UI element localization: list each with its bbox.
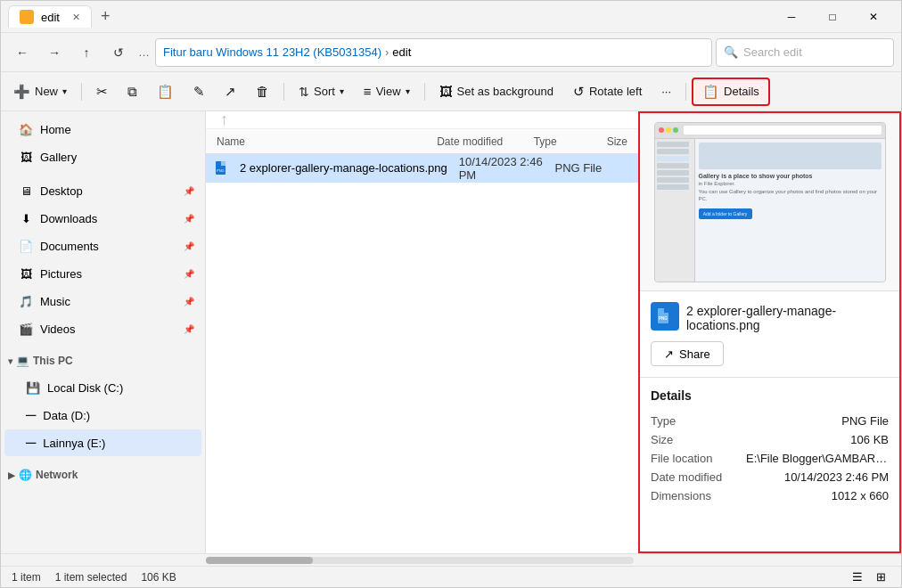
status-right: ☰ ⊞ (848, 568, 890, 587)
active-tab[interactable]: edit ✕ (8, 5, 92, 28)
sidebar-item-local-c[interactable]: 💾 Local Disk (C:) (4, 374, 201, 401)
sidebar-item-desktop-label: Desktop (40, 184, 83, 198)
svg-rect-4 (664, 308, 668, 313)
file-date: 10/14/2023 2:46 PM (459, 155, 543, 182)
refresh-button[interactable]: ↺ (104, 38, 133, 67)
details-label: Details (724, 85, 759, 98)
this-pc-icon: 💻 (16, 355, 29, 367)
col-header-date[interactable]: Date modified (433, 135, 529, 148)
minimize-button[interactable]: ─ (771, 3, 812, 31)
preview-screenshot: Gallery is a place to show your photos i… (654, 122, 886, 282)
breadcrumb[interactable]: Fitur baru Windows 11 23H2 (KB5031354) ›… (155, 38, 712, 67)
pin-icon-documents: 📌 (184, 241, 194, 251)
rename-icon: ✎ (193, 84, 205, 100)
search-input[interactable]: 🔍 Search edit (716, 38, 894, 67)
bg-label: Set as background (457, 85, 554, 98)
col-header-size[interactable]: Size (603, 135, 631, 148)
file-list: ↑ Name Date modified Type Size (206, 111, 638, 553)
sidebar-item-desktop[interactable]: 🖥 Desktop 📌 (4, 177, 201, 204)
sidebar-item-documents[interactable]: 📄 Documents 📌 (4, 233, 201, 259)
detail-row-date: Date modified 10/14/2023 2:46 PM (651, 468, 889, 486)
details-share-button[interactable]: ↗ Share (651, 341, 724, 366)
paste-button[interactable]: 📋 (148, 78, 183, 106)
detail-row-type: Type PNG File (651, 412, 889, 430)
rotate-left-button[interactable]: ↺ Rotate left (564, 78, 651, 106)
sort-button[interactable]: ⇅ Sort ▾ (290, 78, 353, 106)
window-controls: ─ □ ✕ (771, 3, 894, 31)
col-header-type[interactable]: Type (530, 135, 603, 148)
videos-icon: 🎬 (19, 322, 33, 336)
sidebar-item-data-d[interactable]: ─ Data (D:) (4, 402, 201, 429)
desktop-icon: 🖥 (19, 184, 33, 198)
col-header-name[interactable]: Name (213, 135, 433, 148)
new-dropdown-icon: ▾ (62, 86, 67, 96)
breadcrumb-segment-1: Fitur baru Windows 11 23H2 (KB5031354) (163, 45, 381, 59)
sidebar-item-documents-label: Documents (40, 240, 99, 253)
pin-icon-videos: 📌 (184, 324, 194, 334)
sidebar-item-music[interactable]: 🎵 Music 📌 (4, 288, 201, 314)
cut-icon: ✂ (96, 84, 108, 100)
music-icon: 🎵 (19, 294, 33, 308)
location-label: File location (651, 452, 712, 465)
new-button[interactable]: ➕ New ▾ (4, 78, 76, 106)
downloads-icon: ⬇ (19, 211, 33, 225)
toolbar-sep-4 (685, 83, 686, 101)
pin-icon-pictures: 📌 (184, 269, 194, 279)
dimensions-label: Dimensions (651, 489, 711, 502)
status-count: 1 item (12, 571, 41, 584)
drive-c-icon: 💾 (26, 381, 40, 395)
more-button[interactable]: ··· (652, 78, 680, 106)
details-view-btn[interactable]: ⊞ (871, 568, 890, 587)
file-row[interactable]: PNG 2 explorer-gallery-manage-locations.… (206, 154, 638, 183)
rename-button[interactable]: ✎ (184, 78, 214, 106)
back-button[interactable]: ← (8, 38, 37, 67)
title-bar: edit ✕ + ─ □ ✕ (1, 1, 901, 33)
details-filename-row: PNG 2 explorer-gallery-manage-locations.… (651, 302, 889, 332)
share-button[interactable]: ↗ (216, 78, 245, 106)
sidebar-item-videos-label: Videos (40, 323, 76, 336)
type-value: PNG File (841, 414, 889, 428)
address-more-icon[interactable]: … (136, 45, 152, 59)
search-icon: 🔍 (724, 45, 738, 59)
network-section[interactable]: ▶ 🌐 Network (1, 462, 205, 487)
view-button[interactable]: ≡ View ▾ (355, 78, 419, 106)
up-button[interactable]: ↑ (72, 38, 101, 67)
toolbar-sep-1 (81, 83, 82, 101)
dimensions-value: 902 x 588 (832, 489, 889, 502)
copy-button[interactable]: ⧉ (119, 78, 146, 106)
toolbar-sep-2 (283, 83, 284, 101)
sidebar-item-videos[interactable]: 🎬 Videos 📌 (4, 315, 201, 342)
svg-text:PNG: PNG (217, 168, 225, 173)
pin-icon-downloads: 📌 (184, 214, 194, 224)
close-button[interactable]: ✕ (853, 3, 894, 31)
cut-button[interactable]: ✂ (87, 78, 117, 106)
sidebar-item-gallery[interactable]: 🖼 Gallery (4, 143, 201, 170)
sidebar-item-local-c-label: Local Disk (C:) (47, 381, 123, 395)
sidebar-item-home[interactable]: 🏠 Home (4, 116, 201, 143)
forward-button[interactable]: → (40, 38, 69, 67)
sidebar-item-pictures[interactable]: 🖼 Pictures 📌 (4, 260, 201, 287)
list-view-btn[interactable]: ☰ (848, 568, 867, 587)
detail-row-dimensions: Dimensions 902 x 588 (651, 486, 889, 505)
bg-icon: 🖼 (439, 84, 453, 99)
gallery-icon: 🖼 (19, 150, 33, 164)
sidebar-item-gallery-label: Gallery (40, 151, 77, 164)
set-background-button[interactable]: 🖼 Set as background (430, 78, 562, 106)
new-tab-button[interactable]: + (95, 5, 116, 28)
view-dropdown-icon: ▾ (406, 86, 410, 96)
sidebar-item-music-label: Music (40, 295, 70, 308)
tab-close-btn[interactable]: ✕ (72, 12, 80, 23)
sidebar: 🏠 Home 🖼 Gallery 🖥 Desktop 📌 ⬇ Downloads… (1, 111, 206, 553)
details-button[interactable]: 📋 Details (692, 78, 770, 106)
delete-button[interactable]: 🗑 (247, 78, 278, 106)
details-icon: 📋 (702, 84, 719, 100)
date-value: 10/14/2023 2:46 PM (784, 470, 889, 484)
this-pc-section[interactable]: ▾ 💻 This PC (1, 348, 205, 373)
sidebar-item-pictures-label: Pictures (40, 267, 82, 281)
pin-icon-desktop: 📌 (184, 186, 194, 196)
location-value: E:\File Blogger\GAMBAR ARTI... (746, 452, 889, 465)
sidebar-item-lainnya-e[interactable]: ─ Lainnya (E:) (4, 429, 201, 456)
sidebar-item-downloads[interactable]: ⬇ Downloads 📌 (4, 205, 201, 232)
maximize-button[interactable]: □ (812, 3, 853, 31)
status-size: 106 KB (141, 571, 176, 584)
